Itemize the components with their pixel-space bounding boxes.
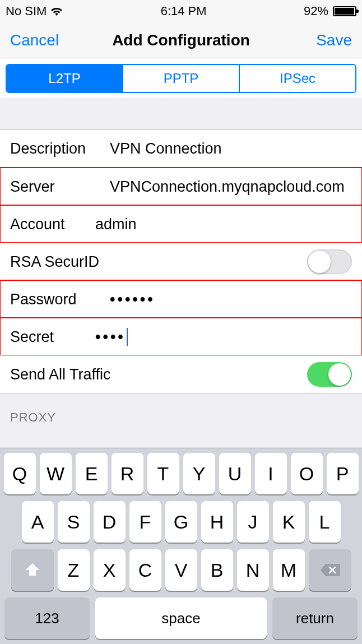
clock-text: 6:14 PM (161, 4, 207, 18)
key-r[interactable]: R (112, 453, 143, 494)
key-b[interactable]: B (201, 549, 233, 591)
key-e[interactable]: E (76, 453, 108, 494)
key-k[interactable]: K (273, 501, 305, 543)
keyboard: QWERTYUIOP ASDFGHJKL ZXCVBNM 123 space r… (0, 448, 362, 644)
send-all-traffic-label: Send All Traffic (10, 366, 111, 383)
key-y[interactable]: Y (183, 453, 215, 494)
row-password[interactable]: Password •••••• (0, 280, 362, 318)
vpn-form: Description VPN Connection Server VPNCon… (0, 129, 362, 393)
key-g[interactable]: G (165, 501, 197, 543)
page-title: Add Configuration (66, 31, 296, 49)
proxy-section-header: PROXY (0, 393, 362, 429)
shift-icon (24, 562, 41, 578)
key-a[interactable]: A (22, 501, 54, 543)
key-n[interactable]: N (237, 549, 269, 591)
key-j[interactable]: J (237, 501, 269, 543)
row-secret[interactable]: Secret •••• (0, 318, 362, 355)
key-i[interactable]: I (255, 453, 287, 494)
text-cursor (127, 328, 128, 346)
key-v[interactable]: V (165, 549, 197, 591)
row-send-all-traffic: Send All Traffic (0, 355, 362, 393)
secret-label: Secret (10, 328, 95, 346)
key-h[interactable]: H (201, 501, 233, 543)
key-p[interactable]: P (327, 453, 359, 494)
rsa-securid-label: RSA SecurID (10, 253, 99, 271)
send-all-traffic-toggle[interactable] (307, 362, 352, 387)
password-value[interactable]: •••••• (110, 291, 352, 308)
key-x[interactable]: X (94, 549, 126, 591)
shift-key[interactable] (11, 549, 54, 591)
key-f[interactable]: F (129, 501, 161, 543)
battery-percent-text: 92% (304, 4, 328, 18)
backspace-icon (320, 563, 340, 577)
key-m[interactable]: M (273, 549, 305, 591)
wifi-icon (50, 6, 63, 16)
backspace-key[interactable] (309, 549, 351, 591)
tab-pptp[interactable]: PPTP (122, 65, 239, 92)
description-label: Description (10, 140, 110, 157)
server-label: Server (10, 178, 110, 196)
vpn-type-tabs: L2TP PPTP IPSec (6, 64, 356, 93)
carrier-text: No SIM (6, 4, 47, 18)
key-q[interactable]: Q (4, 453, 36, 494)
key-w[interactable]: W (40, 453, 72, 494)
row-rsa-securid: RSA SecurID (0, 243, 362, 280)
description-value[interactable]: VPN Connection (110, 140, 352, 157)
password-label: Password (10, 291, 110, 308)
number-key[interactable]: 123 (4, 597, 90, 639)
key-o[interactable]: O (291, 453, 323, 494)
space-key[interactable]: space (95, 597, 267, 639)
key-t[interactable]: T (147, 453, 179, 494)
rsa-securid-toggle[interactable] (307, 249, 352, 274)
account-label: Account (10, 216, 95, 233)
status-bar: No SIM 6:14 PM 92% (0, 0, 362, 22)
nav-bar: Cancel Add Configuration Save (0, 22, 362, 58)
key-d[interactable]: D (94, 501, 126, 543)
tab-ipsec[interactable]: IPSec (239, 65, 355, 92)
key-c[interactable]: C (129, 549, 161, 591)
row-account[interactable]: Account admin (0, 205, 362, 243)
key-s[interactable]: S (58, 501, 90, 543)
key-z[interactable]: Z (58, 549, 90, 591)
row-server[interactable]: Server VPNConnection.myqnapcloud.com (0, 168, 362, 205)
battery-icon (333, 6, 356, 16)
cancel-button[interactable]: Cancel (10, 31, 66, 49)
key-l[interactable]: L (309, 501, 341, 543)
save-button[interactable]: Save (296, 31, 352, 49)
row-description[interactable]: Description VPN Connection (0, 130, 362, 168)
return-key[interactable]: return (272, 597, 358, 639)
tab-l2tp[interactable]: L2TP (7, 65, 122, 92)
account-value[interactable]: admin (95, 216, 352, 233)
key-u[interactable]: U (219, 453, 251, 494)
secret-value[interactable]: •••• (95, 328, 352, 346)
server-value[interactable]: VPNConnection.myqnapcloud.com (110, 178, 352, 196)
